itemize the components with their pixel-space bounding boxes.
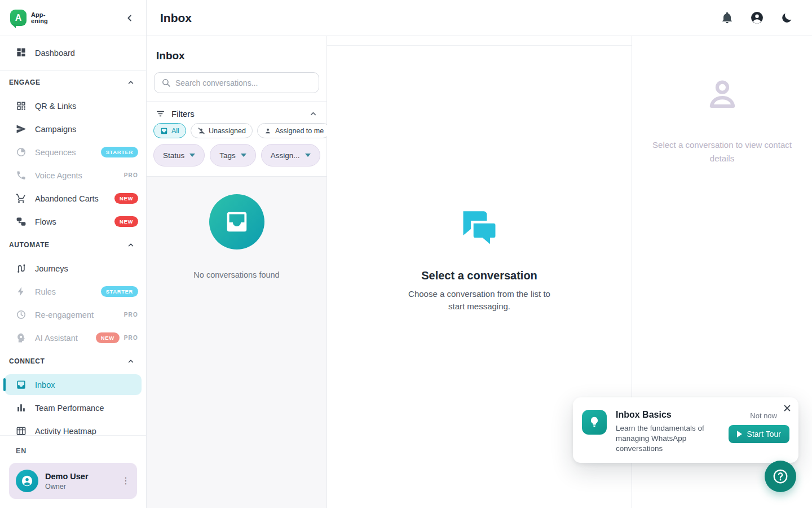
inbox-icon (160, 127, 168, 135)
filters-toggle[interactable]: Filters (153, 108, 320, 123)
filter-chip-unassigned[interactable]: Unassigned (191, 123, 253, 138)
sidebar-item-label: Team Performance (35, 404, 104, 413)
sidebar-item-label: Abandoned Carts (35, 194, 99, 203)
new-badge: NEW (96, 332, 120, 343)
sidebar-header: A App- ening (0, 0, 146, 36)
chevron-up-icon (127, 241, 135, 249)
section-label: ENGAGE (9, 78, 41, 86)
play-icon (737, 431, 742, 437)
tags-dropdown[interactable]: Tags (210, 144, 256, 167)
question-mark-icon (772, 468, 789, 485)
pro-label: PRO (124, 312, 138, 318)
chevron-left-icon (125, 13, 135, 23)
status-dropdown[interactable]: Status (153, 144, 205, 167)
chat-bubbles-icon (457, 208, 502, 251)
bell-icon (721, 11, 734, 24)
sidebar-item-label: Inbox (35, 380, 55, 389)
sidebar-item-campaigns[interactable]: Campaigns (0, 117, 146, 141)
sidebar-item-activity-heatmap[interactable]: Activity Heatmap (0, 419, 146, 435)
top-header: Inbox (147, 0, 812, 36)
sidebar-item-label: Dashboard (35, 49, 75, 58)
contact-empty-text: Select a conversation to view contact de… (640, 138, 805, 165)
chat-header-strip (327, 36, 632, 46)
caret-down-icon (305, 154, 311, 157)
sidebar-item-inbox[interactable]: Inbox (5, 374, 142, 395)
caret-down-icon (189, 154, 195, 157)
filters-label: Filters (171, 109, 195, 119)
conversation-list-empty-state: No conversations found (147, 177, 326, 508)
help-button[interactable] (765, 461, 796, 492)
not-now-button[interactable]: Not now (750, 411, 777, 420)
section-header-automate[interactable]: AUTOMATE (0, 233, 146, 257)
starter-badge: STARTER (101, 147, 138, 157)
tour-body: Learn the fundamentals of managing Whats… (616, 423, 713, 454)
sidebar-item-label: Sequences (35, 148, 76, 157)
sidebar-item-label: Voice Agents (35, 171, 82, 180)
user-menu-button[interactable]: ⋮ (121, 479, 130, 483)
conversation-list-title: Inbox (147, 36, 326, 69)
sidebar-item-label: Journeys (35, 264, 68, 273)
chat-empty-subtitle: Choose a conversation from the list to s… (405, 288, 553, 312)
heatmap-grid-icon (16, 426, 27, 435)
language-selector[interactable]: EN (9, 447, 137, 463)
person-outline-icon (704, 77, 741, 113)
user-name: Demo User (45, 472, 89, 481)
clock-icon (16, 309, 27, 320)
dark-mode-button[interactable] (780, 12, 793, 24)
brand-logo: A App- ening (10, 10, 48, 26)
search-input[interactable] (154, 72, 319, 93)
route-icon (16, 263, 27, 274)
sidebar-item-label: Activity Heatmap (35, 427, 96, 436)
new-badge: NEW (114, 193, 138, 204)
chevron-up-icon (127, 78, 135, 86)
filter-chip-all[interactable]: All (153, 123, 186, 138)
user-avatar (16, 470, 38, 492)
sidebar-item-team-performance[interactable]: Team Performance (0, 396, 146, 419)
sidebar-item-ai-assistant[interactable]: AI Assistant NEW PRO (0, 326, 146, 349)
person-icon (264, 127, 272, 135)
sidebar-item-voice-agents[interactable]: Voice Agents PRO (0, 164, 146, 187)
brand-logo-icon: A (10, 10, 27, 26)
notifications-button[interactable] (721, 11, 734, 24)
sidebar-item-qr-links[interactable]: QR & Links (0, 94, 146, 117)
brand-name-line1: App- (31, 12, 48, 18)
sidebar-item-dashboard[interactable]: Dashboard (0, 36, 146, 71)
pro-label: PRO (124, 172, 138, 178)
sidebar-item-re-engagement[interactable]: Re-engagement PRO (0, 303, 146, 326)
moon-icon (780, 12, 793, 24)
sidebar-item-label: QR & Links (35, 102, 76, 111)
page-title: Inbox (160, 11, 192, 25)
sidebar-item-label: Flows (35, 217, 56, 226)
brand-name-line2: ening (31, 18, 48, 24)
filter-chip-assigned-to-me[interactable]: Assigned to me (257, 123, 330, 138)
bar-chart-icon (16, 402, 27, 413)
section-label: CONNECT (9, 357, 45, 365)
sidebar-item-journeys[interactable]: Journeys (0, 257, 146, 280)
sidebar-item-flows[interactable]: Flows NEW (0, 210, 146, 233)
sidebar-item-sequences[interactable]: Sequences STARTER (0, 141, 146, 164)
chevron-up-icon (309, 110, 317, 118)
account-button[interactable] (750, 11, 764, 25)
lightning-icon (16, 286, 27, 297)
filters-section: Filters All (147, 102, 326, 177)
start-tour-button[interactable]: Start Tour (729, 425, 789, 443)
cart-icon (16, 193, 27, 204)
section-header-engage[interactable]: ENGAGE (0, 71, 146, 94)
new-badge: NEW (114, 216, 138, 227)
assignee-dropdown[interactable]: Assign... (261, 144, 320, 167)
sidebar-item-label: Re-engagement (35, 310, 94, 319)
filter-icon (156, 109, 165, 119)
sidebar-collapse-button[interactable] (122, 11, 137, 25)
section-header-connect[interactable]: CONNECT (0, 349, 146, 373)
sidebar-nav: Dashboard ENGAGE QR & Links Campaigns (0, 36, 146, 435)
starter-badge: STARTER (101, 286, 138, 297)
sidebar-item-label: Campaigns (35, 125, 76, 134)
sidebar-item-abandoned-carts[interactable]: Abandoned Carts NEW (0, 187, 146, 210)
qr-code-icon (16, 100, 27, 111)
user-card[interactable]: Demo User Owner ⋮ (9, 463, 137, 499)
empty-list-text: No conversations found (193, 270, 279, 279)
user-role: Owner (45, 483, 89, 491)
sidebar-item-rules[interactable]: Rules STARTER (0, 280, 146, 303)
section-label: AUTOMATE (9, 241, 50, 249)
close-icon[interactable]: ✕ (783, 403, 792, 414)
